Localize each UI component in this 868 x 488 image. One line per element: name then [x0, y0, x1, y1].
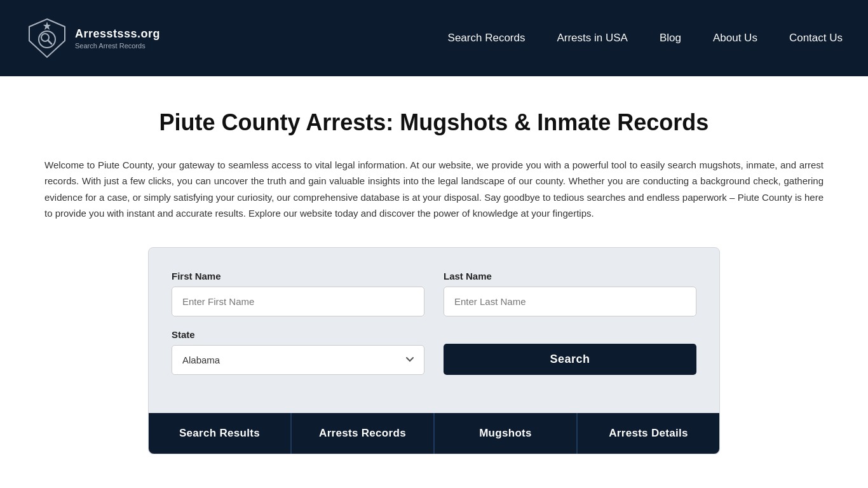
- page-title: Piute County Arrests: Mugshots & Inmate …: [44, 108, 824, 138]
- bottom-buttons: Search Results Arrests Records Mugshots …: [149, 413, 719, 454]
- state-search-row: State AlabamaAlaskaArizonaArkansasCalifo…: [172, 329, 696, 375]
- state-group: State AlabamaAlaskaArizonaArkansasCalifo…: [172, 329, 424, 375]
- site-header: Arresstsss.org Search Arrest Records Sea…: [0, 0, 868, 76]
- search-card: First Name Last Name State AlabamaAlaska…: [148, 247, 720, 454]
- page-description: Welcome to Piute County, your gateway to…: [44, 157, 824, 222]
- first-name-group: First Name: [172, 271, 424, 316]
- main-content: Piute County Arrests: Mugshots & Inmate …: [0, 76, 868, 488]
- first-name-label: First Name: [172, 271, 424, 281]
- state-select[interactable]: AlabamaAlaskaArizonaArkansasCaliforniaCo…: [172, 345, 424, 375]
- nav-about-us[interactable]: About Us: [713, 32, 757, 44]
- arrests-details-button[interactable]: Arrests Details: [578, 413, 719, 454]
- nav-arrests-in-usa[interactable]: Arrests in USA: [557, 32, 627, 44]
- last-name-label: Last Name: [444, 271, 696, 281]
- search-button-group: Search: [444, 344, 696, 375]
- name-row: First Name Last Name: [172, 271, 696, 316]
- mugshots-button[interactable]: Mugshots: [435, 413, 578, 454]
- logo-name: Arresstsss.org: [75, 27, 160, 41]
- logo-area[interactable]: Arresstsss.org Search Arrest Records: [25, 17, 165, 60]
- search-results-button[interactable]: Search Results: [149, 413, 292, 454]
- logo-icon: [25, 17, 69, 60]
- last-name-group: Last Name: [444, 271, 696, 316]
- nav-blog[interactable]: Blog: [660, 32, 681, 44]
- svg-marker-1: [43, 22, 51, 30]
- svg-line-4: [48, 41, 51, 44]
- arrests-records-button[interactable]: Arrests Records: [292, 413, 435, 454]
- state-label: State: [172, 329, 424, 340]
- nav-contact-us[interactable]: Contact Us: [789, 32, 843, 44]
- logo-tagline: Search Arrest Records: [75, 42, 160, 50]
- nav-search-records[interactable]: Search Records: [448, 32, 526, 44]
- last-name-input[interactable]: [444, 287, 696, 316]
- search-button[interactable]: Search: [444, 344, 696, 375]
- first-name-input[interactable]: [172, 287, 424, 316]
- logo-text: Arresstsss.org Search Arrest Records: [75, 27, 160, 50]
- main-nav: Search Records Arrests in USA Blog About…: [165, 32, 843, 44]
- spacer: [172, 394, 696, 413]
